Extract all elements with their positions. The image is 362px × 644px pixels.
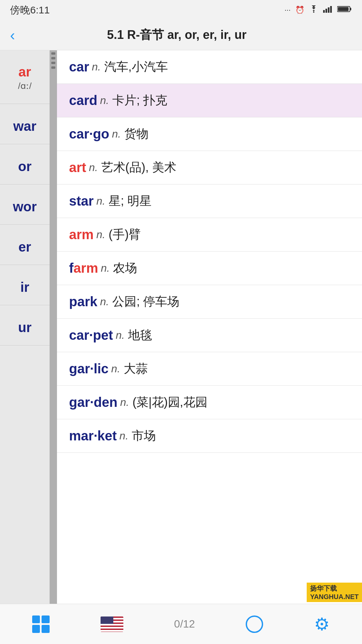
word-carpet-dot: · bbox=[89, 328, 93, 342]
grid-icon bbox=[32, 615, 50, 633]
word-card: card bbox=[69, 93, 98, 108]
status-icons: ··· ⏰ bbox=[285, 5, 352, 15]
signal-icon bbox=[323, 5, 333, 15]
sidebar-item-or[interactable]: or bbox=[0, 144, 50, 184]
pos-market: n. bbox=[119, 430, 128, 442]
scrollbar-line bbox=[51, 66, 55, 69]
main-content: ar /ɑː/ war or wor er ir ur bbox=[0, 50, 362, 604]
word-row-market[interactable]: mar·ket n. 市场 bbox=[57, 419, 362, 453]
sidebar-item-er[interactable]: er bbox=[0, 225, 50, 265]
nav-circle[interactable] bbox=[246, 615, 263, 633]
alarm-icon: ⏰ bbox=[295, 6, 304, 14]
sidebar: ar /ɑː/ war or wor er ir ur bbox=[0, 50, 50, 604]
progress-label: 0/12 bbox=[174, 618, 195, 630]
meaning-garlic: 大蒜 bbox=[124, 361, 148, 377]
flag-icon bbox=[101, 616, 123, 632]
pos-card: n. bbox=[100, 94, 109, 107]
scrollbar-line bbox=[51, 57, 55, 59]
word-market-suffix: ket bbox=[98, 428, 117, 443]
phoneme-war: war bbox=[13, 113, 37, 135]
word-market-prefix: mar bbox=[69, 428, 94, 443]
phoneme-ur: ur bbox=[18, 314, 32, 336]
meaning-star: 星; 明星 bbox=[109, 193, 152, 209]
word-row-art[interactable]: art n. 艺术(品), 美术 bbox=[57, 151, 362, 184]
svg-rect-6 bbox=[350, 8, 351, 10]
word-row-garlic[interactable]: gar·lic n. 大蒜 bbox=[57, 352, 362, 386]
word-garden-suffix: den bbox=[94, 395, 117, 410]
word-garlic-prefix: gar bbox=[69, 361, 90, 376]
word-row-star[interactable]: star n. 星; 明星 bbox=[57, 184, 362, 218]
nav-flag[interactable] bbox=[101, 616, 123, 632]
more-icon: ··· bbox=[285, 6, 291, 14]
sidebar-item-wor[interactable]: wor bbox=[0, 184, 50, 225]
meaning-market: 市场 bbox=[132, 428, 156, 444]
svg-rect-2 bbox=[325, 9, 327, 13]
wifi-icon bbox=[309, 5, 318, 15]
sidebar-item-ur[interactable]: ur bbox=[0, 305, 50, 345]
word-garden-prefix: gar bbox=[69, 395, 90, 410]
pos-garlic: n. bbox=[111, 363, 120, 375]
watermark: 扬华下载YANGHUA.NET bbox=[307, 583, 362, 602]
meaning-card: 卡片; 扑克 bbox=[112, 92, 167, 109]
word-garlic-suffix: lic bbox=[94, 361, 108, 376]
sidebar-item-ar[interactable]: ar /ɑː/ bbox=[0, 50, 50, 104]
svg-rect-7 bbox=[338, 7, 349, 11]
scrollbar[interactable] bbox=[50, 50, 57, 604]
pos-star: n. bbox=[96, 195, 105, 207]
pos-park: n. bbox=[100, 296, 109, 308]
nav-settings[interactable]: ⚙ bbox=[314, 614, 330, 634]
nav-progress[interactable]: 0/12 bbox=[174, 618, 195, 630]
pos-carpet: n. bbox=[116, 329, 125, 341]
word-garlic-dot: · bbox=[90, 361, 94, 376]
word-star: star bbox=[69, 194, 94, 208]
word-garden-dot: · bbox=[90, 395, 94, 410]
word-row-carpet[interactable]: car·pet n. 地毯 bbox=[57, 319, 362, 352]
back-button[interactable]: ‹ bbox=[10, 27, 15, 44]
word-carpet-suffix: pet bbox=[93, 328, 113, 342]
meaning-car: 汽车,小汽车 bbox=[104, 59, 168, 75]
header: ‹ 5.1 R-音节 ar, or, er, ir, ur bbox=[0, 20, 362, 50]
meaning-farm: 农场 bbox=[113, 260, 137, 276]
sidebar-item-ir[interactable]: ir bbox=[0, 265, 50, 305]
pos-arm: n. bbox=[96, 228, 105, 241]
word-row-card[interactable]: card n. 卡片; 扑克 bbox=[57, 84, 362, 117]
status-time: 傍晚6:11 bbox=[10, 3, 50, 17]
meaning-cargo: 货物 bbox=[124, 126, 148, 142]
pos-farm: n. bbox=[101, 262, 110, 274]
word-row-cargo[interactable]: car·go n. 货物 bbox=[57, 117, 362, 151]
word-farm-f: f bbox=[69, 261, 73, 275]
scrollbar-line bbox=[51, 52, 55, 55]
meaning-arm: (手)臂 bbox=[109, 226, 141, 243]
pos-art: n. bbox=[89, 161, 98, 174]
gear-icon: ⚙ bbox=[314, 614, 330, 634]
battery-icon bbox=[337, 5, 352, 15]
bottom-nav: 0/12 ⚙ bbox=[0, 604, 362, 644]
phoneme-or: or bbox=[18, 153, 32, 175]
sidebar-item-war[interactable]: war bbox=[0, 104, 50, 144]
scrollbar-line bbox=[51, 62, 55, 64]
meaning-garden: (菜|花)园,花园 bbox=[132, 394, 207, 411]
nav-grid[interactable] bbox=[32, 615, 50, 633]
word-row-arm[interactable]: arm n. (手)臂 bbox=[57, 218, 362, 252]
svg-rect-1 bbox=[323, 10, 325, 13]
word-row-car[interactable]: car n. 汽车,小汽车 bbox=[57, 50, 362, 84]
word-row-park[interactable]: park n. 公园; 停车场 bbox=[57, 285, 362, 319]
status-bar: 傍晚6:11 ··· ⏰ bbox=[0, 0, 362, 20]
word-park: park bbox=[69, 294, 98, 309]
pos-garden: n. bbox=[120, 396, 129, 409]
phoneme-ar: ar bbox=[18, 58, 31, 81]
word-cargo-dot: · bbox=[89, 126, 93, 141]
svg-rect-4 bbox=[330, 6, 332, 13]
word-art: art bbox=[69, 160, 86, 175]
word-market-dot: · bbox=[94, 428, 97, 443]
meaning-art: 艺术(品), 美术 bbox=[101, 159, 176, 176]
pos-car: n. bbox=[92, 61, 101, 73]
svg-rect-3 bbox=[328, 7, 329, 13]
meaning-carpet: 地毯 bbox=[128, 327, 152, 343]
word-row-garden[interactable]: gar·den n. (菜|花)园,花园 bbox=[57, 386, 362, 419]
page-title: 5.1 R-音节 ar, or, er, ir, ur bbox=[22, 27, 352, 43]
word-arm: arm bbox=[69, 227, 94, 242]
word-list: car n. 汽车,小汽车 card n. 卡片; 扑克 car·go n. 货… bbox=[57, 50, 362, 604]
word-row-farm[interactable]: farm n. 农场 bbox=[57, 252, 362, 285]
meaning-park: 公园; 停车场 bbox=[112, 293, 179, 310]
